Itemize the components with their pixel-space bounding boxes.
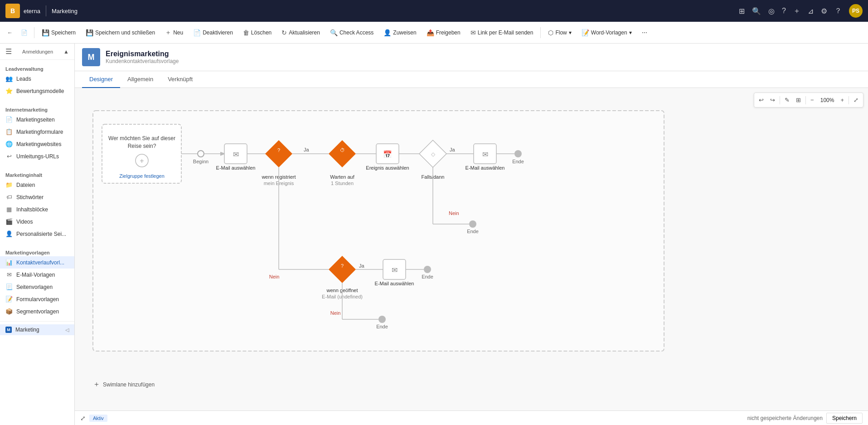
sidebar-item-seitenvorlagen[interactable]: 📃 Seitenvorlagen — [0, 281, 74, 293]
assign-button[interactable]: 👤 Zuweisen — [379, 27, 421, 38]
sidebar-item-formularvorlagen[interactable]: 📝 Formularvorlagen — [0, 293, 74, 305]
formularvorlagen-icon: 📝 — [5, 296, 13, 303]
status-save-button[interactable]: Speichern — [826, 413, 863, 424]
end2-label: Ende — [467, 229, 479, 234]
canvas-toolbar-sep-3 — [849, 96, 849, 104]
check-access-button[interactable]: 🔍 Check Access — [325, 27, 378, 38]
sidebar-header: ☰ Anmeldungen ▲ — [0, 44, 74, 60]
sidebar-item-marketingformulare[interactable]: 📋 Marketingformulare — [0, 126, 74, 138]
trigger-link[interactable]: Zielgruppe festlegen — [119, 173, 165, 179]
sidebar-item-inhaltsblöcke[interactable]: ▦ Inhaltsblöcke — [0, 203, 74, 215]
sidebar-collapse-arrow[interactable]: ◁ — [65, 327, 69, 333]
update-button[interactable]: ↻ Aktualisieren — [277, 27, 325, 38]
zoom-in-button[interactable]: + — [838, 95, 847, 105]
sidebar-collapse-icon[interactable]: ▲ — [63, 49, 69, 55]
layout-button[interactable]: ⊞ — [793, 95, 804, 105]
zoom-out-button[interactable]: − — [808, 95, 817, 105]
email-link-icon: ✉ — [470, 29, 476, 36]
fullscreen-button[interactable]: ⤢ — [851, 95, 861, 105]
grid-icon[interactable]: ⊞ — [739, 7, 745, 15]
edit-mode-button[interactable]: ✎ — [782, 95, 792, 105]
more-button[interactable]: ⋯ — [637, 28, 652, 38]
email-vorlagen-icon: ✉ — [5, 271, 13, 278]
marketingformulare-icon: 📋 — [5, 128, 13, 135]
delete-button[interactable]: 🗑 Löschen — [238, 27, 276, 38]
personalisierte-icon: 👤 — [5, 230, 13, 237]
check-access-icon: 🔍 — [330, 29, 338, 36]
logo[interactable]: B eterna — [5, 4, 40, 18]
sidebar-item-dateien[interactable]: 📁 Dateien — [0, 179, 74, 191]
expand-icon[interactable]: ⤢ — [80, 415, 86, 422]
doc-button[interactable]: 📄 — [17, 28, 31, 38]
sidebar-item-leads[interactable]: 👥 Leads — [0, 73, 74, 85]
videos-label: Videos — [16, 219, 33, 225]
hamburger-icon[interactable]: ☰ — [5, 47, 12, 56]
segmentvorlagen-label: Segmentvorlagen — [16, 308, 59, 315]
sidebar-item-stichwoerter[interactable]: 🏷 Stichwörter — [0, 191, 74, 203]
seitenvorlagen-label: Seitenvorlagen — [16, 284, 53, 290]
add-swimlane-button[interactable]: ＋ Swimlane hinzufügen — [88, 380, 854, 389]
flow-icon: ⬡ — [548, 29, 553, 36]
save-close-button[interactable]: 💾 Speichern und schließen — [81, 27, 160, 38]
new-button[interactable]: ＋ Neu — [160, 27, 188, 39]
sidebar-item-videos[interactable]: 🎬 Videos — [0, 215, 74, 228]
section-title-marketinginhalt: Marketinginhalt — [0, 170, 74, 179]
sidebar-bottom-marketing[interactable]: M Marketing ◁ — [0, 324, 74, 335]
filter-icon[interactable]: ⊿ — [808, 7, 814, 15]
plus-icon[interactable]: ＋ — [793, 6, 800, 16]
target-icon[interactable]: ◎ — [768, 7, 775, 15]
marketing-badge-letter: M — [7, 327, 10, 332]
email-link-button[interactable]: ✉ Link per E-Mail senden — [466, 27, 538, 38]
end1-circle — [514, 150, 522, 157]
end3-circle — [424, 266, 431, 273]
sidebar-item-kontaktverlaufvorl[interactable]: 📊 Kontaktverlaufvorl... — [0, 256, 74, 269]
search-icon[interactable]: 🔍 — [752, 7, 761, 15]
delete-icon: 🗑 — [243, 29, 249, 36]
toolbar-sep-1 — [34, 27, 34, 38]
trigger-text-2: Reise sein? — [128, 143, 156, 149]
record-icon-letter: M — [88, 53, 95, 62]
trigger-add-icon: + — [140, 157, 144, 165]
sidebar-item-personalisierte[interactable]: 👤 Personalisierte Sei... — [0, 228, 74, 240]
add-swimlane-icon: ＋ — [93, 380, 100, 389]
sidebar-item-marketingwebsites[interactable]: 🌐 Marketingwebsites — [0, 138, 74, 150]
bewertungsmodelle-icon: ⭐ — [5, 88, 13, 94]
record-subtitle: Kundenkontaktverlaufsvorlage — [106, 58, 179, 64]
settings-icon[interactable]: ⚙ — [821, 7, 827, 15]
help-icon[interactable]: ？ — [834, 6, 842, 16]
doc-icon: 📄 — [21, 29, 28, 36]
marketing-badge: M — [5, 327, 12, 333]
sidebar-item-marketingseiten[interactable]: 📄 Marketingseiten — [0, 113, 74, 126]
new-icon: ＋ — [165, 29, 171, 37]
section-title-marketingvorlagen: Marketingvorlagen — [0, 247, 74, 256]
tab-allgemein[interactable]: Allgemein — [120, 71, 160, 88]
sidebar-item-email-vorlagen[interactable]: ✉ E-Mail-Vorlagen — [0, 269, 74, 281]
save-close-icon: 💾 — [86, 29, 93, 36]
sidebar-item-segmentvorlagen[interactable]: 📦 Segmentvorlagen — [0, 305, 74, 318]
stichwoerter-icon: 🏷 — [5, 194, 13, 200]
sidebar-item-bewertungsmodelle[interactable]: ⭐ Bewertungsmodelle — [0, 85, 74, 97]
question-icon[interactable]: ? — [782, 7, 786, 15]
tab-designer[interactable]: Designer — [82, 71, 120, 88]
deactivate-button[interactable]: 📄 Deaktivieren — [189, 27, 238, 38]
sidebar-section-marketinginhalt: Marketinginhalt 📁 Dateien 🏷 Stichwörter … — [0, 166, 74, 244]
redo-button[interactable]: ↪ — [767, 95, 778, 105]
wait-sublabel: 1 Stunden — [331, 181, 354, 186]
release-button[interactable]: 📤 Freigeben — [422, 27, 465, 38]
beginn-label: Beginn — [193, 159, 209, 164]
save-button[interactable]: 💾 Speichern — [37, 27, 80, 38]
leads-icon: 👥 — [5, 75, 13, 82]
ifelse-icon: ◇ — [431, 151, 436, 157]
email3-label: E-Mail auswählen — [375, 281, 414, 286]
email2-icon: ✉ — [482, 151, 488, 158]
word-templates-button[interactable]: 📝 Word-Vorlagen ▾ — [577, 27, 636, 38]
marketingwebsites-label: Marketingwebsites — [16, 141, 61, 147]
undo-button[interactable]: ↩ — [756, 95, 766, 105]
flow-button[interactable]: ⬡ Flow ▾ — [543, 27, 576, 38]
user-avatar[interactable]: PS — [849, 4, 863, 18]
applications-label: Anmeldungen — [22, 49, 53, 54]
tab-verknuepft[interactable]: Verknüpft — [160, 71, 200, 88]
trigger-text-1: Wer möchten Sie auf dieser — [108, 135, 175, 142]
back-button[interactable]: ← — [4, 28, 16, 38]
sidebar-item-umleitungs-urls[interactable]: ↩ Umleitungs-URLs — [0, 150, 74, 162]
